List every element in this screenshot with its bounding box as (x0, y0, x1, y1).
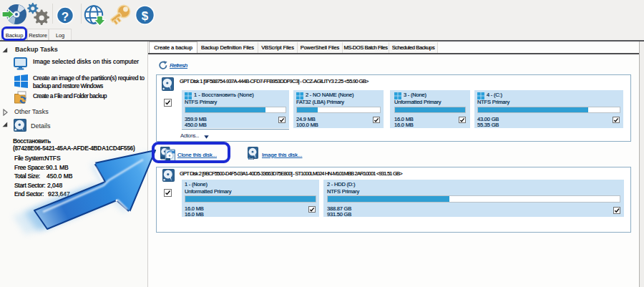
svg-text:$: $ (142, 9, 149, 23)
svg-text:Disk: Disk (249, 157, 254, 160)
svg-text:?: ? (62, 10, 69, 24)
